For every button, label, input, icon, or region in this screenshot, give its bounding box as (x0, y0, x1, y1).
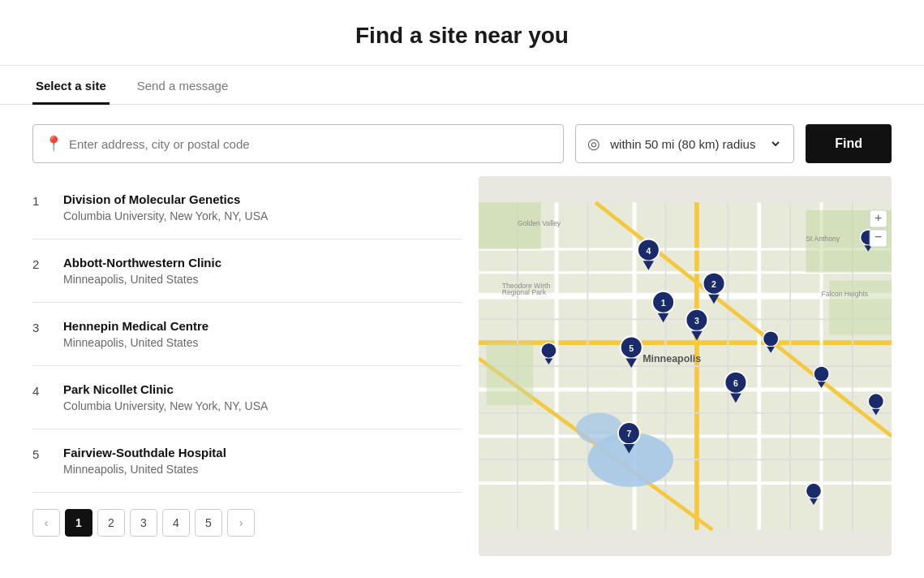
sites-container: 1 Division of Molecular Genetics Columbi… (32, 176, 462, 493)
svg-text:+: + (875, 210, 882, 224)
sites-list: 1 Division of Molecular Genetics Columbi… (32, 176, 462, 556)
tab-select-site[interactable]: Select a site (32, 66, 110, 105)
location-pin-icon: 📍 (45, 135, 62, 153)
svg-text:St Anthony: St Anthony (806, 235, 840, 243)
svg-text:3: 3 (694, 316, 699, 326)
site-name: Division of Molecular Genetics (63, 192, 268, 206)
svg-point-62 (814, 366, 829, 382)
tabs-bar: Select a site Send a message (0, 66, 924, 105)
site-address: Columbia University, New York, NY, USA (63, 209, 268, 222)
site-info: Abbott-Northwestern Clinic Minneapolis, … (63, 256, 221, 286)
radius-select-wrap: ◎ within 10 mi (16 km) radius within 25 … (575, 124, 794, 163)
map-svg: Minneapolis Golden Valley St Anthony Fal… (479, 176, 892, 556)
svg-rect-30 (487, 343, 534, 405)
pagination-page-3[interactable]: 3 (130, 509, 157, 537)
site-name: Fairview-Southdale Hospital (63, 446, 226, 459)
list-item[interactable]: 2 Abbott-Northwestern Clinic Minneapolis… (32, 239, 462, 303)
site-address: Minneapolis, United States (63, 273, 221, 286)
site-info: Park Nicollet Clinic Columbia University… (63, 382, 268, 412)
svg-text:6: 6 (733, 378, 738, 388)
site-info: Hennepin Medical Centre Minneapolis, Uni… (63, 319, 208, 349)
pagination-page-5[interactable]: 5 (195, 509, 222, 537)
site-name: Park Nicollet Clinic (63, 382, 268, 396)
site-name: Abbott-Northwestern Clinic (63, 256, 221, 270)
site-address: Minneapolis, United States (63, 463, 226, 476)
svg-text:Golden Valley: Golden Valley (518, 219, 561, 227)
svg-point-58 (541, 343, 557, 358)
svg-text:−: − (875, 230, 882, 244)
svg-rect-29 (829, 280, 892, 334)
site-number: 4 (32, 382, 49, 398)
pagination-page-4[interactable]: 4 (162, 509, 190, 537)
pagination-page-1[interactable]: 1 (65, 509, 92, 537)
site-info: Division of Molecular Genetics Columbia … (63, 192, 268, 222)
page-header: Find a site near you (0, 0, 924, 66)
svg-text:Falcon Heights: Falcon Heights (822, 290, 869, 298)
site-number: 3 (32, 319, 49, 334)
site-address: Minneapolis, United States (63, 336, 208, 349)
list-item[interactable]: 3 Hennepin Medical Centre Minneapolis, U… (32, 303, 462, 366)
svg-text:Minneapolis: Minneapolis (643, 353, 701, 364)
main-content: 1 Division of Molecular Genetics Columbi… (0, 176, 924, 556)
svg-text:1: 1 (661, 298, 666, 308)
map-container: Minneapolis Golden Valley St Anthony Fal… (479, 176, 892, 556)
find-button[interactable]: Find (806, 124, 892, 163)
page-title: Find a site near you (32, 23, 892, 49)
list-item[interactable]: 4 Park Nicollet Clinic Columbia Universi… (32, 366, 462, 429)
svg-text:7: 7 (626, 429, 631, 438)
svg-point-26 (576, 413, 623, 444)
search-row: 📍 ◎ within 10 mi (16 km) radius within 2… (0, 105, 924, 176)
site-address: Columbia University, New York, NY, USA (63, 399, 268, 412)
search-input-wrap: 📍 (32, 124, 564, 163)
site-number: 5 (32, 446, 49, 461)
tab-send-message[interactable]: Send a message (134, 66, 232, 105)
list-item[interactable]: 5 Fairview-Southdale Hospital Minneapoli… (32, 429, 462, 493)
svg-text:2: 2 (711, 279, 716, 289)
site-number: 2 (32, 256, 49, 271)
pagination: ‹ 12345 › (32, 493, 462, 556)
pagination-page-2[interactable]: 2 (97, 509, 125, 537)
svg-text:Regional Park: Regional Park (502, 288, 547, 296)
site-info: Fairview-Southdale Hospital Minneapolis,… (63, 446, 226, 476)
search-input[interactable] (69, 137, 552, 151)
list-item[interactable]: 1 Division of Molecular Genetics Columbi… (32, 176, 462, 239)
svg-text:4: 4 (646, 246, 651, 256)
svg-point-60 (763, 331, 779, 347)
pagination-next[interactable]: › (227, 509, 255, 537)
svg-text:5: 5 (629, 343, 634, 353)
site-number: 1 (32, 192, 49, 208)
radius-select[interactable]: within 10 mi (16 km) radius within 25 mi… (607, 136, 782, 152)
pagination-prev[interactable]: ‹ (32, 509, 60, 537)
site-name: Hennepin Medical Centre (63, 319, 208, 333)
page-buttons: 12345 (65, 509, 222, 537)
svg-point-64 (868, 394, 883, 409)
radius-icon: ◎ (587, 135, 600, 153)
svg-point-68 (806, 483, 821, 498)
